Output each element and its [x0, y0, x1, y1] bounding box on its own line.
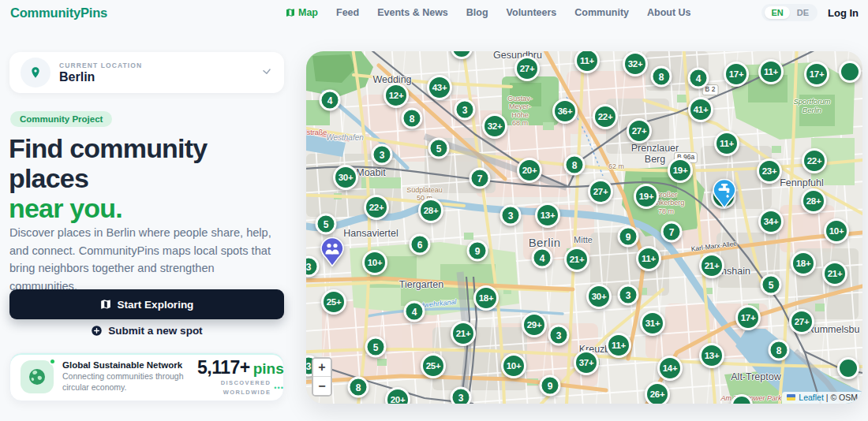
map-marker-cluster[interactable]: 4	[320, 90, 341, 111]
map-marker-cluster[interactable]: 29+	[522, 312, 547, 337]
map-marker-cluster[interactable]	[451, 51, 473, 59]
map-marker-cluster[interactable]: 11+	[574, 51, 600, 73]
map-marker-cluster[interactable]: 8	[651, 66, 672, 88]
map-marker-cluster[interactable]: 9	[467, 240, 488, 262]
login-button[interactable]: Log In	[828, 7, 859, 19]
start-exploring-button[interactable]: Start Exploring	[9, 289, 284, 319]
map-marker-cluster[interactable]: 11+	[636, 246, 661, 271]
map-marker-cluster[interactable]: 7	[661, 222, 683, 243]
nav-item-feed[interactable]: Feed	[336, 7, 359, 18]
current-location-card[interactable]: CURRENT LOCATION Berlin	[9, 52, 284, 93]
map-marker-cluster[interactable]: 4	[688, 68, 709, 89]
nav-item-events-news[interactable]: Events & News	[377, 7, 448, 18]
map-marker-cluster[interactable]: 20+	[385, 387, 410, 404]
map-marker-cluster[interactable]: 20+	[517, 158, 542, 183]
map-marker-cluster[interactable]: 25+	[321, 289, 346, 315]
map-marker-cluster[interactable]: 27+	[627, 118, 652, 143]
submit-new-spot-link[interactable]: Submit a new spot	[9, 325, 284, 337]
map-marker-cluster[interactable]: 6	[410, 234, 431, 255]
nav-item-blog[interactable]: Blog	[466, 7, 488, 18]
map-marker-cluster[interactable]: 3	[500, 205, 522, 226]
map-marker-cluster[interactable]: 10+	[501, 353, 526, 378]
map-marker-cluster[interactable]: 8	[402, 108, 423, 129]
map-marker-cluster[interactable]: 3	[306, 256, 320, 278]
map-marker-cluster[interactable]: 34+	[758, 209, 784, 234]
map-marker-cluster[interactable]: 13+	[535, 203, 560, 228]
map-marker-cluster[interactable]: 11+	[758, 59, 784, 84]
map-marker-cluster[interactable]: 5	[365, 337, 387, 358]
map-marker-cluster[interactable]: 27+	[789, 309, 814, 334]
map-marker-cluster[interactable]: 8	[564, 155, 586, 176]
map-marker-cluster[interactable]: 17+	[724, 61, 749, 87]
map-marker-cluster[interactable]: 8	[348, 377, 369, 398]
osm-attribution[interactable]: © OSM	[830, 393, 858, 402]
map-marker-cluster[interactable]: 3	[455, 99, 476, 121]
nav-item-volunteers[interactable]: Volunteers	[507, 7, 557, 18]
map-marker-cluster[interactable]: 32+	[623, 51, 648, 76]
app-logo[interactable]: CommunityPins	[10, 6, 107, 20]
map-marker-cluster[interactable]: 9	[540, 375, 561, 397]
map-marker-cluster[interactable]: 18+	[473, 285, 499, 311]
map-marker-cluster[interactable]: 17+	[735, 305, 761, 330]
map-marker-cluster[interactable]: 18+	[791, 251, 816, 276]
map-marker-cluster[interactable]: 11+	[606, 333, 631, 358]
map-marker-cluster[interactable]: 19+	[634, 184, 659, 209]
map-marker-cluster[interactable]: 37+	[574, 350, 599, 375]
map-marker-cluster[interactable]: 4	[532, 248, 553, 269]
map-marker-cluster[interactable]: 30+	[586, 284, 612, 309]
map-marker-cluster[interactable]: 21+	[564, 247, 589, 272]
map-marker-cluster[interactable]: 5	[316, 214, 337, 235]
map-marker-cluster[interactable]: 23+	[757, 158, 782, 184]
map-marker-cluster[interactable]: 41+	[688, 97, 713, 122]
map-marker-cluster[interactable]: 14+	[657, 356, 683, 381]
map-marker-cluster[interactable]: 5	[428, 138, 450, 159]
map-marker-cluster[interactable]: 25+	[421, 353, 446, 378]
map-marker-cluster[interactable]: 5	[761, 274, 782, 296]
map-marker-cluster[interactable]: 27+	[514, 56, 540, 81]
map-marker-cluster[interactable]: 22+	[802, 148, 827, 173]
nav-item-community[interactable]: Community	[574, 7, 629, 18]
map-marker-cluster[interactable]: 3	[372, 144, 393, 166]
map-marker-cluster[interactable]: 9	[618, 226, 639, 248]
map[interactable]: WeddingGesundbruGustav- Meyer- Höhe 68 m…	[306, 51, 862, 404]
map-marker-cluster[interactable]: 28+	[418, 198, 443, 223]
map-marker-cluster[interactable]: 10+	[824, 218, 849, 244]
map-marker-cluster[interactable]: 22+	[364, 195, 389, 220]
map-marker-cluster[interactable]: 11+	[714, 131, 739, 156]
map-marker-cluster[interactable]: 3	[548, 325, 570, 346]
map-marker-cluster[interactable]: 12+	[383, 83, 409, 108]
map-marker-cluster[interactable]: 43+	[427, 75, 452, 100]
lang-en-button[interactable]: EN	[765, 6, 789, 19]
map-marker-cluster[interactable]: 19+	[668, 158, 693, 183]
map-marker-cluster[interactable]: 22+	[593, 104, 618, 129]
nav-item-about-us[interactable]: About Us	[647, 7, 691, 18]
map-marker-cluster[interactable]: 27+	[588, 179, 613, 204]
map-marker-cluster[interactable]: 17+	[804, 61, 829, 87]
map-marker-cluster[interactable]: 21+	[699, 253, 724, 278]
map-marker-cluster[interactable]: 21+	[451, 321, 476, 346]
map-marker-cluster[interactable]: 7	[470, 168, 491, 189]
zoom-out-button[interactable]: −	[313, 377, 331, 395]
map-marker-cluster[interactable]	[837, 357, 859, 379]
people-pin-marker[interactable]	[320, 237, 344, 270]
map-marker-cluster[interactable]	[731, 394, 753, 404]
zoom-in-button[interactable]: +	[313, 359, 331, 377]
map-marker-cluster[interactable]: 3	[618, 285, 639, 306]
leaflet-link[interactable]: Leaflet	[799, 393, 824, 402]
lang-de-button[interactable]: DE	[791, 6, 814, 19]
chevron-down-icon[interactable]	[260, 66, 273, 79]
map-marker-cluster[interactable]: 36+	[552, 99, 578, 124]
nav-item-map[interactable]: Map	[286, 7, 318, 18]
map-marker-cluster[interactable]: 26+	[645, 382, 670, 404]
map-marker-cluster[interactable]: 8	[769, 340, 790, 361]
map-marker-cluster[interactable]	[839, 61, 861, 83]
map-marker-cluster[interactable]: 30+	[333, 165, 358, 190]
water-tap-pin-marker[interactable]	[713, 179, 736, 212]
map-marker-cluster[interactable]: 4	[404, 301, 425, 322]
map-marker-cluster[interactable]: 31+	[640, 311, 665, 336]
map-marker-cluster[interactable]: 21+	[822, 261, 847, 286]
map-marker-cluster[interactable]: 10+	[362, 250, 387, 275]
map-marker-cluster[interactable]: 32+	[482, 114, 507, 139]
map-marker-cluster[interactable]: 28+	[801, 188, 826, 214]
map-marker-cluster[interactable]: 3	[451, 387, 472, 404]
